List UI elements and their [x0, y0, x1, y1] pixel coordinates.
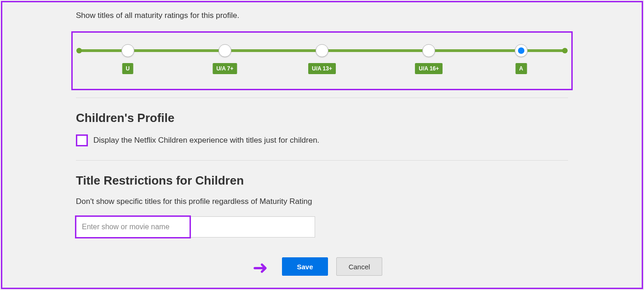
- children-profile-checkbox-row: Display the Netflix Children experience …: [76, 134, 568, 146]
- maturity-label-0: U: [122, 63, 133, 74]
- button-row: ➜ Save Cancel: [71, 256, 564, 277]
- children-profile-checkbox[interactable]: [76, 134, 88, 146]
- annotation-slider-highlight: UU/A 7+U/A 13+U/A 16+A: [71, 31, 573, 90]
- maturity-slider[interactable]: [79, 46, 565, 55]
- title-restrictions-heading: Title Restrictions for Children: [76, 174, 568, 188]
- slider-endcap-right-icon: [562, 48, 568, 53]
- section-divider: [76, 160, 568, 161]
- maturity-label-2: U/A 13+: [308, 63, 336, 74]
- title-restrictions-input-wrap: [76, 216, 315, 238]
- maturity-label-1: U/A 7+: [213, 63, 237, 74]
- maturity-tick-3[interactable]: [422, 44, 435, 57]
- settings-content: Show titles of all maturity ratings for …: [0, 0, 644, 277]
- title-restrictions-input[interactable]: [76, 216, 315, 238]
- maturity-tick-2[interactable]: [316, 44, 328, 57]
- maturity-tick-0[interactable]: [121, 44, 134, 57]
- maturity-label-4: A: [516, 63, 527, 74]
- maturity-label-3: U/A 16+: [415, 63, 443, 74]
- slider-endcap-left-icon: [76, 48, 82, 53]
- section-divider: [76, 98, 568, 98]
- cancel-button[interactable]: Cancel: [336, 257, 382, 276]
- title-restrictions-description: Don't show specific titles for this prof…: [76, 197, 568, 206]
- save-button[interactable]: Save: [282, 257, 328, 276]
- annotation-arrow-icon: ➜: [253, 257, 268, 278]
- children-profile-heading: Children's Profile: [76, 111, 568, 125]
- maturity-slider-labels: UU/A 7+U/A 13+U/A 16+A: [79, 63, 565, 75]
- maturity-tick-4[interactable]: [515, 44, 528, 57]
- maturity-tick-1[interactable]: [218, 44, 231, 57]
- maturity-instruction: Show titles of all maturity ratings for …: [76, 11, 568, 20]
- children-profile-checkbox-label: Display the Netflix Children experience …: [93, 136, 319, 145]
